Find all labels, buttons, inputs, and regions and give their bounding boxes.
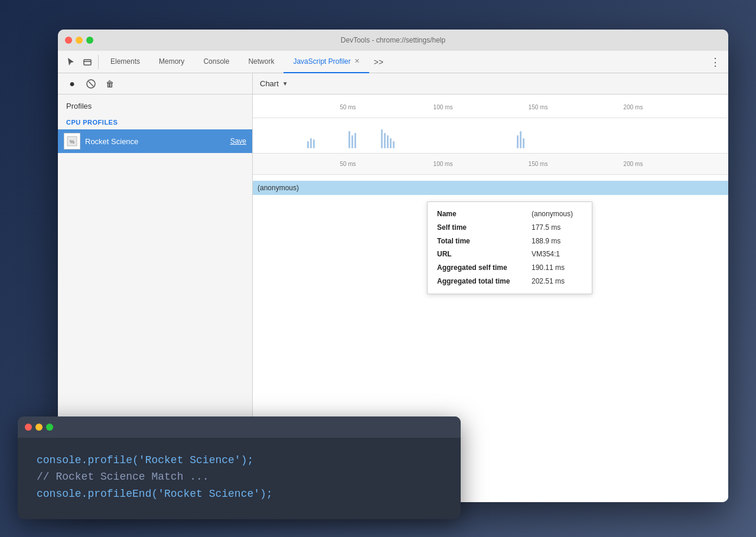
minimize-button[interactable]: [76, 37, 83, 44]
chart-type-select[interactable]: Chart ▼: [260, 79, 288, 88]
mini-chart: [253, 118, 728, 154]
traffic-lights: [65, 37, 93, 44]
code-line-1: console.profile('Rocket Science');: [37, 452, 442, 469]
tooltip-row-total-time: Total time 188.9 ms: [437, 236, 582, 246]
mini-bar: [351, 135, 353, 148]
stop-button[interactable]: [84, 77, 98, 91]
code-window: console.profile('Rocket Science'); // Ro…: [18, 416, 461, 519]
delete-button[interactable]: 🗑: [103, 77, 117, 91]
profiles-label: Profiles: [58, 95, 252, 114]
code-line-3: console.profileEnd('Rocket Science');: [37, 486, 442, 503]
record-button[interactable]: ●: [65, 77, 79, 91]
dock-icon[interactable]: [79, 54, 96, 70]
mini-bar: [390, 138, 392, 148]
mini-bar: [307, 141, 309, 148]
tab-console[interactable]: Console: [194, 51, 239, 73]
mini-bar: [348, 131, 350, 148]
profile-name: Rocket Science: [85, 137, 230, 146]
code-close-button[interactable]: [25, 424, 32, 431]
mini-bar: [520, 131, 522, 148]
ruler-bottom-200ms: 200 ms: [624, 161, 643, 167]
timeline-bottom-ruler: 50 ms 100 ms 150 ms 200 ms: [253, 154, 728, 175]
tooltip-row-self-time: Self time 177.5 ms: [437, 223, 582, 233]
mini-bar: [381, 129, 383, 148]
code-body: console.profile('Rocket Science'); // Ro…: [18, 438, 461, 519]
profile-item-rocket-science[interactable]: % Rocket Science Save: [58, 129, 252, 153]
anonymous-bar[interactable]: (anonymous): [253, 181, 728, 195]
code-minimize-button[interactable]: [35, 424, 43, 431]
svg-text:%: %: [70, 139, 74, 145]
tab-overflow-button[interactable]: >>: [369, 57, 388, 67]
tab-javascript-profiler[interactable]: JavaScript Profiler ✕: [284, 51, 369, 73]
tab-bar: Elements Memory Console Network JavaScri…: [58, 51, 728, 73]
maximize-button[interactable]: [86, 37, 93, 44]
mini-chart-bars: [253, 125, 728, 148]
ruler-label-150ms: 150 ms: [529, 104, 548, 110]
cpu-profiles-label: CPU PROFILES: [58, 114, 252, 129]
dropdown-arrow-icon: ▼: [282, 80, 288, 87]
svg-rect-0: [84, 60, 91, 65]
tooltip-row-agg-total: Aggregated total time 202.51 ms: [437, 276, 582, 287]
mini-bar: [393, 141, 395, 148]
mini-bar: [310, 138, 312, 148]
chart-toolbar: Chart ▼: [253, 73, 728, 95]
ruler-bottom-50ms: 50 ms: [340, 161, 356, 167]
tooltip: Name (anonymous) Self time 177.5 ms Tota…: [427, 201, 592, 294]
tooltip-row-url: URL VM354:1: [437, 249, 582, 259]
tooltip-row-name: Name (anonymous): [437, 209, 582, 219]
mini-bar: [313, 139, 315, 148]
tab-memory[interactable]: Memory: [149, 51, 194, 73]
svg-line-2: [89, 82, 93, 86]
ruler-label-50ms: 50 ms: [340, 104, 356, 110]
tooltip-row-agg-self: Aggregated self time 190.11 ms: [437, 263, 582, 273]
tab-network[interactable]: Network: [239, 51, 284, 73]
code-title-bar: [18, 416, 461, 438]
mini-bar: [354, 133, 356, 148]
sidebar-toolbar: ● 🗑: [58, 73, 252, 95]
tab-close-icon[interactable]: ✕: [354, 57, 360, 65]
profile-icon: %: [64, 133, 80, 149]
devtools-menu-button[interactable]: ⋮: [707, 54, 724, 70]
window-title: DevTools - chrome://settings/help: [341, 36, 445, 44]
ruler-bottom-100ms: 100 ms: [434, 161, 453, 167]
ruler-bottom: 50 ms 100 ms 150 ms 200 ms: [253, 154, 728, 174]
tab-elements[interactable]: Elements: [101, 51, 149, 73]
mini-bar: [517, 135, 519, 148]
title-bar: DevTools - chrome://settings/help: [58, 30, 728, 51]
ruler-label-100ms: 100 ms: [434, 104, 453, 110]
timeline-top-ruler: 50 ms 100 ms 150 ms 200 ms: [253, 95, 728, 118]
close-button[interactable]: [65, 37, 72, 44]
mini-bar: [387, 135, 389, 148]
ruler-label-200ms: 200 ms: [624, 104, 643, 110]
ruler-bottom-150ms: 150 ms: [529, 161, 548, 167]
code-line-2: // Rocket Science Match ...: [37, 468, 442, 486]
tab-separator: [98, 55, 99, 69]
code-maximize-button[interactable]: [46, 424, 53, 431]
mini-bar: [523, 138, 524, 148]
mini-bar: [384, 133, 386, 148]
profile-save-button[interactable]: Save: [230, 137, 246, 145]
cursor-icon[interactable]: [63, 54, 79, 70]
